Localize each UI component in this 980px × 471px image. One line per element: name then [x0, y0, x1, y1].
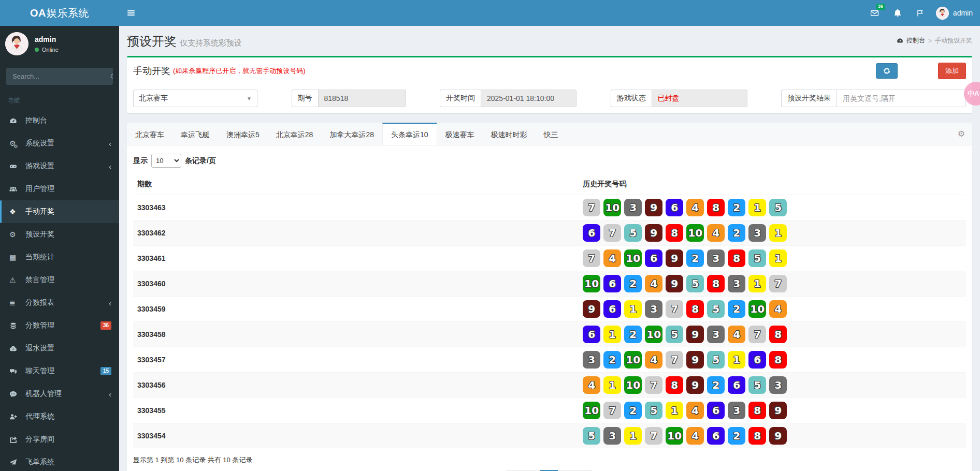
search-button[interactable] — [110, 68, 113, 85]
sidebar-item-robot-management[interactable]: 机器人管理‹ — [0, 382, 119, 405]
tab-3[interactable]: 北京幸运28 — [268, 123, 322, 145]
tasks-button[interactable] — [909, 0, 932, 26]
brand-logo[interactable]: OA娱乐系统 — [0, 0, 119, 26]
tab-4[interactable]: 加拿大幸运28 — [321, 123, 382, 145]
history-table: 期数 历史开奖号码 330346371039648215330346267598… — [133, 174, 966, 448]
lottery-ball: 7 — [603, 402, 621, 419]
add-button[interactable]: 添加 — [938, 63, 966, 79]
issue-label: 期号 — [292, 90, 318, 107]
sidebar-item-current-stats[interactable]: ▤当期统计 — [0, 246, 119, 269]
lottery-ball: 7 — [666, 351, 683, 369]
lottery-ball: 2 — [686, 249, 704, 267]
sidebar-toggle-button[interactable] — [119, 0, 143, 26]
issue-number: 3303456 — [133, 373, 579, 398]
lottery-ball: 7 — [769, 275, 787, 292]
lottery-ball: 2 — [728, 427, 745, 445]
lottery-ball: 5 — [686, 275, 704, 292]
lottery-ball: 10 — [666, 427, 683, 445]
game-status-label: 游戏状态 — [611, 90, 652, 107]
lottery-ball: 10 — [748, 300, 766, 318]
lottery-ball: 3 — [583, 351, 600, 369]
lottery-ball: 4 — [645, 351, 662, 369]
sidebar-item-label: 系统设置 — [25, 139, 54, 148]
show-label: 显示 — [133, 156, 148, 166]
lottery-ball: 4 — [728, 326, 745, 343]
lottery-ball: 3 — [603, 427, 621, 445]
lottery-ball: 10 — [583, 402, 600, 419]
tab-8[interactable]: 快三 — [536, 123, 567, 145]
sidebar-item-game-settings[interactable]: 游戏设置‹ — [0, 155, 119, 178]
sidebar-item-label: 分数管理 — [25, 321, 54, 330]
gear-icon[interactable]: ⚙ — [958, 129, 965, 139]
tab-0[interactable]: 北京赛车 — [127, 123, 172, 145]
lottery-ball: 6 — [728, 376, 745, 394]
lottery-ball: 2 — [624, 326, 642, 343]
user-status[interactable]: Online — [35, 47, 59, 53]
tab-2[interactable]: 澳洲幸运5 — [218, 123, 268, 145]
lottery-ball: 9 — [686, 376, 704, 394]
lottery-ball: 10 — [624, 376, 642, 394]
messages-button[interactable]: 36 — [863, 0, 886, 26]
sidebar-item-fly-order-system[interactable]: 飞单系统 — [0, 451, 119, 471]
refresh-button[interactable] — [876, 63, 898, 79]
sidebar-item-system-settings[interactable]: ⚙⚙系统设置‹ — [0, 132, 119, 155]
manual-draw-box: 手动开奖 (如果杀赢程序已开启，就无需手动预设号码) 添加 北京赛车 ▼ 期号 … — [127, 56, 972, 113]
sidebar-item-rebate-settings[interactable]: 退水设置 — [0, 337, 119, 360]
notifications-button[interactable] — [886, 0, 909, 26]
draw-numbers: 10624958317 — [579, 271, 966, 297]
chevron-left-icon: ‹ — [109, 162, 111, 171]
lottery-ball: 1 — [624, 300, 642, 318]
lottery-ball: 9 — [686, 351, 704, 369]
page-size-select[interactable]: 10 — [151, 154, 181, 168]
caret-down-icon: ▼ — [247, 96, 252, 101]
sidebar-item-share-room[interactable]: 分享房间 — [0, 428, 119, 451]
sidebar-item-user-management[interactable]: 用户管理 — [0, 178, 119, 200]
sidebar-item-score-management[interactable]: 分数管理36 — [0, 314, 119, 337]
sidebar-item-score-report[interactable]: ≣分数报表‹ — [0, 291, 119, 314]
sidebar-item-label: 游戏设置 — [25, 161, 54, 171]
tab-5[interactable]: 头条幸运10 — [382, 123, 437, 145]
sidebar-item-dashboard[interactable]: 控制台 — [0, 109, 119, 132]
lottery-ball: 3 — [624, 199, 642, 216]
sidebar-menu: 控制台⚙⚙系统设置‹游戏设置‹用户管理❖手动开奖⚙预设开奖▤当期统计⚠禁言管理≣… — [0, 109, 119, 471]
preset-result-label: 预设开奖结果 — [781, 90, 837, 107]
user-menu[interactable]: admin — [932, 0, 980, 26]
tab-7[interactable]: 极速时时彩 — [483, 123, 536, 145]
breadcrumb-current: 手动预设开奖 — [935, 36, 972, 45]
issue-field-group: 期号 818518 — [292, 90, 406, 107]
sidebar-item-preset-draw[interactable]: ⚙预设开奖 — [0, 223, 119, 246]
sidebar-item-label: 当期统计 — [25, 253, 54, 262]
lottery-ball: 8 — [748, 427, 766, 445]
lottery-ball: 5 — [666, 326, 683, 343]
sidebar-item-label: 聊天管理 — [25, 366, 54, 376]
sidebar-item-mute-management[interactable]: ⚠禁言管理 — [0, 269, 119, 291]
draw-time-label: 开奖时间 — [440, 90, 481, 107]
tab-1[interactable]: 幸运飞艇 — [172, 123, 218, 145]
issue-number: 3303461 — [133, 246, 579, 271]
lottery-ball: 8 — [769, 351, 787, 369]
page-title: 预设开奖仅支持系统彩预设 — [127, 33, 242, 50]
sidebar-item-agent-system[interactable]: 代理系统 — [0, 405, 119, 428]
tab-6[interactable]: 极速赛车 — [437, 123, 483, 145]
lottery-ball: 8 — [686, 300, 704, 318]
lottery-ball: 7 — [748, 326, 766, 343]
chevron-left-icon: ‹ — [109, 299, 111, 307]
sidebar-item-manual-draw[interactable]: ❖手动开奖 — [0, 200, 119, 223]
comment-icon — [9, 390, 22, 398]
lottery-ball: 1 — [748, 275, 766, 292]
lottery-ball: 5 — [624, 224, 642, 242]
search-input[interactable] — [6, 68, 110, 85]
lottery-ball: 3 — [728, 402, 745, 419]
lottery-ball: 5 — [769, 199, 787, 216]
preset-result-input[interactable] — [837, 90, 966, 107]
game-select[interactable]: 北京赛车 ▼ — [133, 90, 257, 107]
flag-icon — [916, 9, 924, 17]
main-content: 预设开奖仅支持系统彩预设 控制台 > 手动预设开奖 手动开奖 (如果杀赢程序已开… — [119, 26, 980, 471]
sidebar-item-chat-management[interactable]: 聊天管理15 — [0, 360, 119, 382]
lottery-ball: 10 — [624, 351, 642, 369]
sidebar: admin Online 导航 控制台⚙⚙系统设置‹游戏设置‹用户管理❖手动开奖… — [0, 26, 119, 471]
lottery-ball: 9 — [666, 249, 683, 267]
breadcrumb-home[interactable]: 控制台 — [906, 36, 925, 45]
envelope-icon — [870, 9, 879, 18]
brand-bold: OA — [30, 7, 46, 19]
